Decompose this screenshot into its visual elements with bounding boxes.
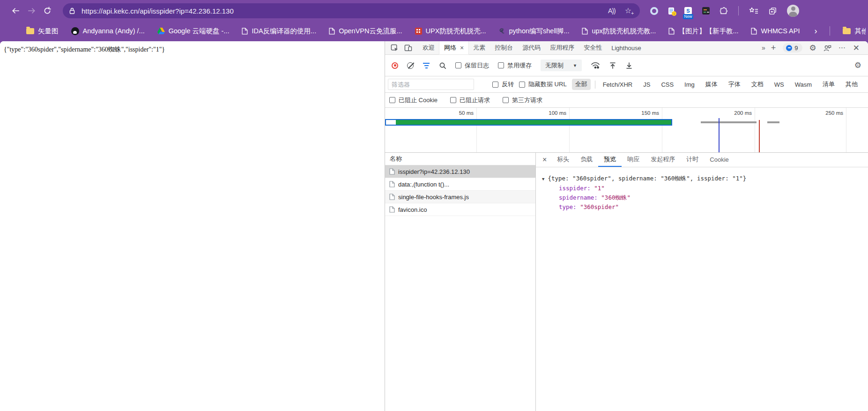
ring-extension-icon[interactable] [650,7,658,15]
devtools-tab-console[interactable]: 控制台 [490,41,518,54]
details-tab-headers[interactable]: 标头 [551,153,575,167]
bookmark-item[interactable]: IDA反编译器的使用... [242,27,316,36]
inspect-icon[interactable] [391,44,399,52]
preview-property[interactable]: isspider: "1" [542,184,868,193]
checkbox-icon [450,97,456,103]
devtools-tab-security[interactable]: 安全性 [579,41,607,54]
folder-icon [843,28,851,34]
address-bar[interactable]: https://api.kekc.cn/api/isspider?ip=42.2… [63,3,640,18]
network-conditions-icon[interactable] [591,61,600,69]
import-har-icon[interactable] [609,62,616,69]
disable-cache-checkbox[interactable]: 禁用缓存 [498,61,532,70]
type-chip[interactable]: Img [681,80,698,90]
network-body: 名称 isspider?ip=42.236.12.130 data:,(func… [385,153,868,411]
bookmark-item[interactable]: 【图片】【新手教... [668,27,738,36]
type-chip-all[interactable]: 全部 [572,79,591,90]
bookmark-item[interactable]: UPX防脱壳机脱壳... [415,27,486,36]
requests-header-name[interactable]: 名称 [385,153,535,165]
preserve-log-checkbox[interactable]: 保留日志 [455,61,489,70]
lock-icon [69,7,75,15]
read-aloud-icon[interactable]: A)) [608,7,616,15]
type-chip[interactable]: 文档 [748,79,767,90]
record-icon[interactable] [392,62,398,69]
invert-checkbox[interactable]: 反转 [492,80,514,89]
type-chip[interactable]: 清单 [819,79,838,90]
blocked-cookies-checkbox[interactable]: 已阻止 Cookie [389,96,438,105]
throttling-select[interactable]: 无限制 ▼ [541,60,582,71]
type-chip[interactable]: 其他 [842,79,861,90]
close-details-icon[interactable]: × [538,156,551,164]
preview-property[interactable]: spidername: "360蜘蛛" [542,193,868,202]
devtools-tab-sources[interactable]: 源代码 [518,41,545,54]
feedback-icon[interactable] [823,44,831,52]
clear-icon[interactable] [407,62,414,69]
blocked-requests-checkbox[interactable]: 已阻止请求 [450,96,490,105]
dark-extension-icon[interactable] [702,7,710,15]
refresh-icon[interactable] [39,3,55,19]
details-tab-initiator[interactable]: 发起程序 [645,153,681,167]
extensions-puzzle-icon[interactable] [720,7,728,15]
issues-badge[interactable]: 9 [783,43,802,52]
devtools-tab-application[interactable]: 应用程序 [545,41,579,54]
bookmark-item[interactable]: 矢量图 [26,27,59,36]
bookmark-item[interactable]: Google 云端硬盘 -... [157,27,230,36]
details-tab-response[interactable]: 响应 [622,153,645,167]
type-chip[interactable]: CSS [658,80,677,90]
network-settings-gear-icon[interactable]: ⚙ [854,61,861,69]
devtools-tab-lighthouse[interactable]: Lighthouse [607,41,646,54]
request-row[interactable]: data:,(function t()... [385,178,535,191]
filter-funnel-icon[interactable] [423,63,430,68]
download-doc-extension-icon[interactable]: ↓ [668,7,674,15]
more-tabs-icon[interactable]: » [762,44,764,52]
request-row[interactable]: favicon.ico [385,203,535,216]
type-chip[interactable]: 媒体 [702,79,721,90]
details-tab-cookies[interactable]: Cookie [704,153,734,167]
favorites-bar-icon[interactable] [749,7,758,15]
collections-icon[interactable] [769,7,777,15]
devtools-tab-strip: 欢迎 网络 × 元素 控制台 源代码 应用程序 安全性 Lighthouse »… [385,41,868,55]
profile-avatar[interactable] [787,5,799,17]
type-chip[interactable]: Wasm [792,80,815,90]
devtools-close-icon[interactable]: ✕ [853,44,860,52]
details-tab-payload[interactable]: 负载 [575,153,598,167]
hide-data-urls-checkbox[interactable]: 隐藏数据 URL [519,80,567,89]
filter-input[interactable] [388,79,474,90]
disclosure-triangle-icon[interactable]: ▼ [542,174,544,184]
type-chip[interactable]: WS [771,80,787,90]
devtools-menu-icon[interactable]: ⋯ [838,44,846,52]
type-chip[interactable]: Fetch/XHR [600,80,636,90]
network-overview[interactable]: 50 ms 100 ms 150 ms 200 ms 250 ms [385,108,868,153]
add-favorite-icon[interactable]: ☆+ [625,7,631,15]
bookmark-item[interactable]: python编写shell脚... [498,27,569,36]
request-row[interactable]: single-file-hooks-frames.js [385,191,535,203]
add-panel-icon[interactable]: + [771,43,776,53]
other-favorites-folder[interactable]: 其他 [843,27,866,36]
forward-icon[interactable] [23,3,39,19]
bookmark-item[interactable]: OpenVPN云免流服... [329,27,402,36]
overview-gray-bar [767,121,779,123]
bookmark-item[interactable]: WHMCS API [751,27,800,35]
settings-gear-icon[interactable]: ⚙ [809,44,816,52]
close-tab-icon[interactable]: × [460,45,464,51]
export-har-icon[interactable] [625,62,633,69]
request-type-chips: 全部 Fetch/XHR JS CSS Img 媒体 字体 文档 WS Wasm… [572,79,861,90]
back-icon[interactable] [7,3,23,19]
device-toolbar-icon[interactable] [404,44,412,52]
preview-property[interactable]: type: "360spider" [542,202,868,212]
devtools-tab-network[interactable]: 网络 × [439,41,468,54]
type-chip[interactable]: 字体 [725,79,744,90]
third-party-checkbox[interactable]: 第三方请求 [503,96,542,105]
devtools-tab-welcome[interactable]: 欢迎 [418,41,439,54]
network-blocked-row: 已阻止 Cookie 已阻止请求 第三方请求 [385,93,868,108]
bookmark-item[interactable]: upx防脱壳机脱壳教... [582,27,656,36]
search-icon[interactable] [439,62,446,69]
bookmarks-overflow-chevron[interactable]: › [814,26,817,36]
devtools-tab-elements[interactable]: 元素 [468,41,490,54]
details-tab-timing[interactable]: 计时 [681,153,704,167]
details-tab-preview[interactable]: 预览 [598,153,622,167]
bookmark-item[interactable]: Andyanna (Andy) /... [71,27,145,35]
type-chip[interactable]: JS [640,80,653,90]
sidebar-extension-icon[interactable]: S New [684,7,692,15]
request-row[interactable]: isspider?ip=42.236.12.130 [385,165,535,178]
preview-object-summary[interactable]: ▼ {type: "360spider", spidername: "360蜘蛛… [542,174,868,184]
